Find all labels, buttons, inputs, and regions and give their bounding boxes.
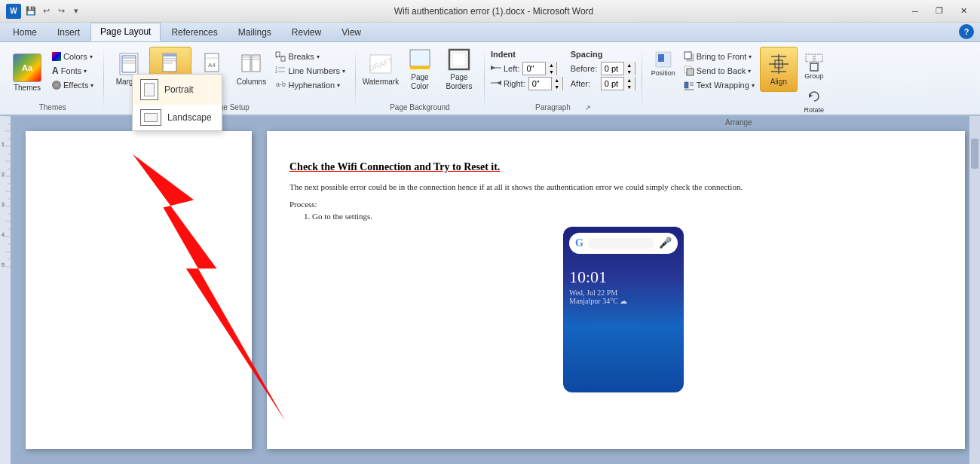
tab-home[interactable]: Home (3, 23, 47, 41)
group-group: Group (799, 50, 829, 83)
tab-review[interactable]: Review (282, 23, 331, 41)
indent-left-down[interactable]: ▼ (546, 69, 556, 75)
scrollbar-thumb[interactable] (971, 139, 978, 169)
send-to-back-button[interactable]: Send to Back ▾ (680, 64, 758, 78)
page-borders-button[interactable]: Page Borders (440, 47, 478, 92)
svg-rect-12 (164, 63, 173, 64)
doc-content: Check the Wifi Connection and Try to Res… (267, 131, 965, 408)
indent-right-spinner[interactable]: 0" ▲ ▼ (528, 77, 563, 90)
spacing-before-up[interactable]: ▲ (624, 62, 635, 69)
phone-time: 10:01 (569, 267, 678, 287)
spacing-after-up[interactable]: ▲ (624, 77, 635, 84)
effects-arrow: ▾ (90, 82, 93, 89)
divider-2 (355, 47, 356, 111)
position-button[interactable]: Position (649, 47, 678, 80)
scrollbar-track[interactable] (969, 116, 980, 464)
line-numbers-icon: 1 2 (275, 66, 286, 76)
spacing-before-row: Before: 0 pt ▲ ▼ (571, 62, 635, 75)
themes-sub-col: Colors ▾ A Fonts ▾ Effects ▾ (48, 47, 97, 92)
breaks-button[interactable]: Breaks ▾ (271, 50, 348, 63)
pages-area: Check the Wifi Connection and Try to Res… (11, 116, 980, 464)
fonts-icon: A (52, 66, 59, 76)
spacing-before-spinner[interactable]: 0 pt ▲ ▼ (601, 62, 635, 75)
svg-rect-56 (815, 54, 822, 62)
themes-button[interactable]: Aa Themes (8, 50, 47, 95)
effects-button[interactable]: Effects ▾ (48, 78, 97, 92)
text-wrapping-button[interactable]: Text Wrapping ▾ (680, 78, 758, 92)
svg-rect-21 (253, 59, 259, 60)
group-icon (805, 53, 823, 72)
maximize-button[interactable]: ❐ (929, 4, 950, 19)
watermark-icon: DRAFT (369, 52, 393, 76)
spacing-before-down[interactable]: ▼ (624, 69, 635, 75)
indent-left-spinner[interactable]: 0" ▲ ▼ (522, 62, 557, 75)
landscape-icon (140, 109, 161, 126)
indent-header: Indent (491, 50, 563, 60)
svg-marker-39 (497, 81, 501, 85)
indent-right-spinbtns: ▲ ▼ (551, 77, 562, 90)
columns-button[interactable]: Columns (232, 47, 270, 92)
page-borders-icon (447, 47, 471, 72)
redo-quick-btn[interactable]: ↪ (54, 5, 68, 18)
arrange-inner: Position Bring to Front ▾ (648, 47, 829, 117)
indent-right-icon (491, 79, 501, 87)
align-button[interactable]: Align (760, 47, 798, 92)
spacing-after-down[interactable]: ▼ (624, 84, 635, 90)
svg-rect-43 (684, 52, 691, 59)
svg-text:5: 5 (2, 262, 5, 267)
doc-para1: The next possible error could be in the … (289, 181, 942, 194)
colors-label: Colors (63, 52, 87, 61)
svg-rect-33 (410, 66, 430, 69)
help-button[interactable]: ? (959, 24, 974, 39)
landscape-option[interactable]: Landscape (133, 105, 222, 130)
svg-rect-5 (123, 57, 135, 59)
tab-mailings[interactable]: Mailings (228, 23, 281, 41)
portrait-option[interactable]: Portrait (133, 75, 222, 105)
arrange-col1: Bring to Front ▾ Send to Back ▾ (680, 47, 758, 92)
fonts-button[interactable]: A Fonts ▾ (48, 64, 97, 78)
page-borders-label: Page Borders (443, 73, 475, 91)
watermark-button[interactable]: DRAFT Watermark (362, 47, 400, 92)
bring-front-arrow: ▾ (749, 53, 752, 60)
svg-rect-41 (658, 54, 664, 62)
tab-references[interactable]: References (161, 23, 227, 41)
group-button[interactable]: Group (800, 50, 828, 83)
indent-right-up[interactable]: ▲ (552, 77, 562, 84)
customize-quick-btn[interactable]: ▾ (69, 5, 83, 18)
save-quick-btn[interactable]: 💾 (24, 5, 38, 18)
svg-marker-37 (491, 66, 495, 70)
line-numbers-button[interactable]: 1 2 Line Numbers ▾ (271, 64, 348, 78)
undo-quick-btn[interactable]: ↩ (39, 5, 53, 18)
page-color-button[interactable]: Page Color (401, 47, 439, 92)
doc-process: Process: (289, 200, 942, 209)
ribbon-group-themes: Aa Themes Colors ▾ A Fonts ▾ (3, 44, 102, 114)
google-logo: G (575, 237, 583, 249)
spacing-section: Spacing Before: 0 pt ▲ ▼ After: 0 pt (571, 47, 635, 90)
indent-left-up[interactable]: ▲ (546, 62, 556, 69)
tab-page-layout[interactable]: Page Layout (90, 23, 161, 41)
themes-group-inner: Aa Themes Colors ▾ A Fonts ▾ (8, 47, 97, 102)
landscape-label: Landscape (167, 112, 212, 123)
quick-access-toolbar: 💾 ↩ ↪ ▾ (24, 5, 83, 18)
page-background-label: Page Background (362, 102, 478, 114)
minimize-button[interactable]: ─ (905, 4, 926, 19)
text-wrap-icon (684, 80, 694, 90)
svg-rect-7 (123, 63, 135, 64)
hyphenation-icon: a-b (275, 80, 286, 90)
indent-right-down[interactable]: ▼ (552, 84, 562, 90)
paragraph-expand[interactable]: ↗ (585, 104, 591, 111)
tab-insert[interactable]: Insert (47, 23, 90, 41)
rotate-button[interactable]: Rotate (800, 84, 828, 117)
colors-button[interactable]: Colors ▾ (48, 50, 97, 63)
spacing-after-spinner[interactable]: 0 pt ▲ ▼ (601, 77, 635, 90)
hyphenation-button[interactable]: a-b Hyphenation ▾ (271, 78, 348, 92)
paragraph-inner: Indent Left: 0" ▲ ▼ (491, 47, 635, 102)
send-back-arrow: ▾ (748, 68, 751, 75)
title-bar-left: W 💾 ↩ ↪ ▾ (6, 4, 83, 19)
bring-front-icon (684, 51, 694, 62)
close-button[interactable]: ✕ (953, 4, 974, 19)
tab-view[interactable]: View (332, 23, 371, 41)
bring-to-front-button[interactable]: Bring to Front ▾ (680, 50, 758, 63)
title-bar: W 💾 ↩ ↪ ▾ Wifi authentication error (1).… (0, 0, 980, 23)
ribbon-group-arrange: Position Bring to Front ▾ (644, 44, 834, 114)
